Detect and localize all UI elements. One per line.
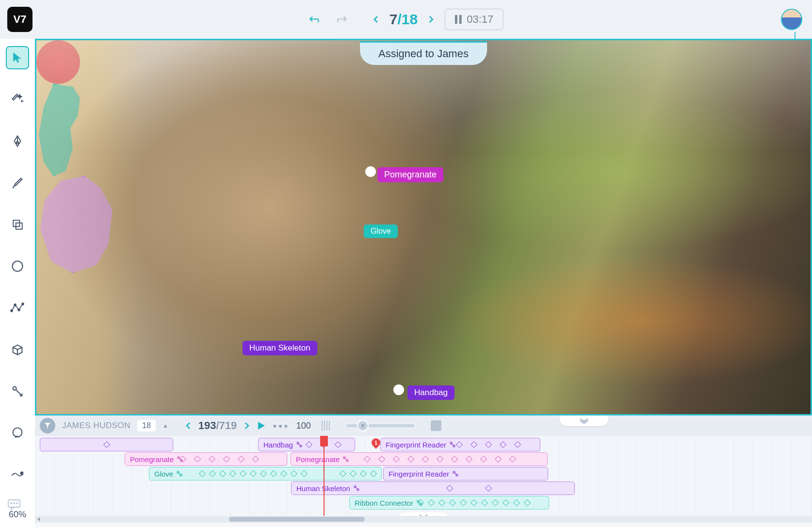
zoom-slider[interactable]: ≡ <box>346 424 414 427</box>
handbag-label[interactable]: Handbag <box>407 385 455 400</box>
svg-rect-3 <box>16 223 22 229</box>
view-mode-button[interactable] <box>431 420 441 431</box>
filter-button[interactable] <box>40 418 55 433</box>
track-fingerprint-2[interactable]: Fingerprint Reader <box>383 467 548 480</box>
prev-item-button[interactable] <box>372 16 380 23</box>
svg-point-11 <box>21 472 23 475</box>
density-indicator <box>322 421 330 431</box>
svg-line-40 <box>451 443 454 446</box>
brush-tool[interactable] <box>6 171 29 194</box>
svg-point-4 <box>13 261 23 271</box>
next-frame-button[interactable] <box>244 422 250 430</box>
timeline-user-name: JAMES HUDSON <box>62 421 130 431</box>
magic-tool[interactable] <box>6 463 29 486</box>
svg-point-5 <box>11 310 13 312</box>
comments-panel-button[interactable] <box>7 499 27 512</box>
timeline-user-count: 18 <box>137 420 156 431</box>
svg-line-52 <box>454 472 457 475</box>
page-counter: 7/18 <box>390 11 418 28</box>
timer-button[interactable]: 03:17 <box>445 9 503 30</box>
comment-tool[interactable] <box>6 421 29 445</box>
keypoint-dot[interactable] <box>365 166 376 177</box>
svg-point-7 <box>18 309 20 311</box>
cuboid-tool[interactable] <box>6 338 29 361</box>
undo-button[interactable] <box>309 13 322 26</box>
playhead[interactable] <box>324 436 325 516</box>
svg-point-61 <box>14 503 15 504</box>
svg-point-60 <box>11 503 12 504</box>
user-dropdown-toggle[interactable]: ▲ <box>162 422 168 429</box>
svg-rect-0 <box>455 15 457 24</box>
prev-frame-button[interactable] <box>185 422 192 430</box>
track-human-skeleton[interactable]: Human Skeleton <box>291 481 575 495</box>
keypoint-dot[interactable] <box>393 384 404 395</box>
select-tool[interactable] <box>6 46 29 69</box>
collapse-right-button[interactable] <box>560 415 608 426</box>
svg-line-37 <box>298 443 301 446</box>
timeline-panel: JAMES HUDSON 18 ▲ 193/719 ●●● 100 ≡ <box>35 415 812 527</box>
user-avatar[interactable] <box>781 9 802 30</box>
svg-line-55 <box>355 487 358 490</box>
redo-button[interactable] <box>334 13 348 26</box>
glove-label[interactable]: Glove <box>364 224 398 238</box>
more-options-button[interactable]: ●●● <box>273 422 289 430</box>
svg-rect-1 <box>459 15 462 24</box>
svg-point-10 <box>13 428 22 437</box>
svg-line-49 <box>178 472 181 475</box>
pause-icon <box>455 15 462 24</box>
play-button[interactable] <box>257 421 266 431</box>
svg-point-8 <box>22 303 24 305</box>
human-skeleton-label[interactable]: Human Skeleton <box>243 341 317 355</box>
auto-annotate-tool[interactable] <box>6 88 29 111</box>
annotation-canvas[interactable]: Assigned to James <box>35 39 812 415</box>
assigned-banner: Assigned to James <box>360 41 487 65</box>
polyline-tool[interactable] <box>6 296 29 319</box>
next-item-button[interactable] <box>427 16 435 23</box>
scrollbar-thumb[interactable] <box>229 517 365 522</box>
pomegranate-label[interactable]: Pomegranate <box>377 167 443 182</box>
ellipse-tool[interactable] <box>6 255 29 278</box>
pen-tool[interactable] <box>6 129 29 153</box>
track-handbag-early[interactable] <box>40 438 173 451</box>
canvas-image <box>36 40 811 414</box>
frame-counter: 193/719 <box>198 419 237 432</box>
keypoint-tool[interactable] <box>6 380 29 403</box>
svg-point-62 <box>16 503 17 504</box>
svg-point-6 <box>14 304 16 306</box>
svg-rect-2 <box>13 220 19 226</box>
timeline-scrollbar[interactable] <box>35 516 812 523</box>
timer-value: 03:17 <box>467 13 493 26</box>
copy-tool[interactable] <box>6 213 29 236</box>
frame-step-value: 100 <box>296 421 311 431</box>
svg-line-46 <box>344 458 347 461</box>
app-logo[interactable]: V7 <box>7 7 32 32</box>
